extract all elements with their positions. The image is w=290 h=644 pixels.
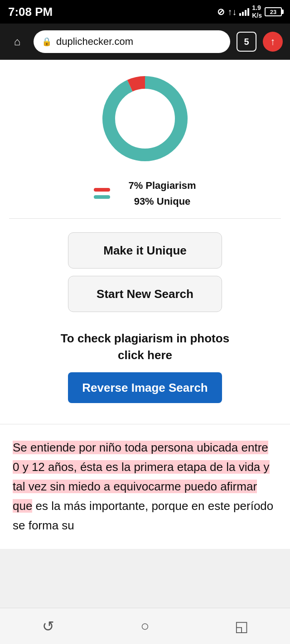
image-search-section: To check plagiarism in photosclick here … — [0, 321, 290, 417]
network-icon: ↑↓ — [227, 7, 237, 17]
browser-bar: ⌂ 🔒 duplichecker.com 5 ↑ — [0, 24, 290, 60]
plagiarism-text: Se entiende por niño toda persona ubicad… — [13, 438, 277, 535]
normal-text: es la más importante, porque en este per… — [13, 499, 273, 532]
back-button[interactable]: ↺ — [35, 613, 62, 640]
text-content-card: Se entiende por niño toda persona ubicad… — [0, 424, 290, 548]
donut-svg — [100, 73, 190, 164]
status-bar: 7:08 PM ⊘ ↑↓ 1.9K/s 23 — [0, 0, 290, 24]
unique-arc — [109, 82, 181, 155]
chart-section — [0, 60, 290, 173]
start-new-search-button[interactable]: Start New Search — [68, 276, 222, 312]
image-search-prompt: To check plagiarism in photosclick here — [61, 330, 229, 363]
donut-chart — [100, 73, 190, 164]
signal-bars — [239, 8, 249, 16]
plagiarism-legend-bar — [94, 188, 110, 192]
network-speed: 1.9K/s — [252, 4, 262, 19]
unique-label: 93% Unique — [128, 193, 196, 209]
legend-colors — [94, 188, 110, 199]
unique-legend-bar — [94, 195, 110, 199]
buttons-section: Make it Unique Start New Search — [0, 219, 290, 321]
time-display: 7:08 PM — [8, 5, 53, 19]
url-text: duplichecker.com — [56, 36, 133, 48]
status-icons: ⊘ ↑↓ 1.9K/s 23 — [217, 4, 282, 19]
home-nav-button[interactable]: ○ — [131, 613, 159, 640]
bottom-nav: ↺ ○ ◱ — [0, 608, 290, 644]
legend-section: 7% Plagiarism 93% Unique — [0, 173, 290, 218]
upload-button[interactable]: ↑ — [263, 32, 283, 52]
make-unique-button[interactable]: Make it Unique — [68, 232, 222, 269]
home-button[interactable]: ⌂ — [7, 32, 27, 52]
legend-labels: 7% Plagiarism 93% Unique — [128, 178, 196, 209]
tab-count-button[interactable]: 5 — [237, 32, 256, 52]
recent-apps-button[interactable]: ◱ — [228, 613, 255, 640]
lock-icon: 🔒 — [42, 37, 52, 47]
main-content: 7% Plagiarism 93% Unique Make it Unique … — [0, 60, 290, 549]
url-bar[interactable]: 🔒 duplichecker.com — [34, 30, 230, 53]
reverse-image-search-button[interactable]: Reverse Image Search — [68, 372, 222, 403]
do-not-disturb-icon: ⊘ — [217, 6, 225, 17]
battery-indicator: 23 — [265, 7, 282, 16]
plagiarism-label: 7% Plagiarism — [128, 178, 196, 193]
